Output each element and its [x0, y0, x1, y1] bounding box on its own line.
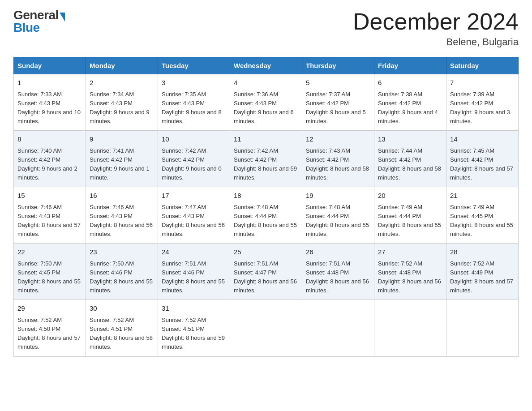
day-info: Sunrise: 7:46 AMSunset: 4:43 PMDaylight:…: [90, 203, 154, 239]
col-header-monday: Monday: [86, 57, 158, 74]
calendar-cell: 30Sunrise: 7:52 AMSunset: 4:51 PMDayligh…: [86, 300, 158, 356]
day-info: Sunrise: 7:41 AMSunset: 4:42 PMDaylight:…: [90, 146, 154, 183]
day-number: 3: [162, 78, 226, 88]
calendar-cell: 6Sunrise: 7:38 AMSunset: 4:42 PMDaylight…: [374, 74, 446, 131]
calendar-cell: 27Sunrise: 7:52 AMSunset: 4:48 PMDayligh…: [374, 244, 446, 300]
calendar-table: SundayMondayTuesdayWednesdayThursdayFrid…: [13, 57, 519, 356]
calendar-cell: 16Sunrise: 7:46 AMSunset: 4:43 PMDayligh…: [86, 187, 158, 244]
day-number: 23: [90, 247, 154, 257]
calendar-cell: 28Sunrise: 7:52 AMSunset: 4:49 PMDayligh…: [446, 244, 519, 300]
col-header-tuesday: Tuesday: [158, 57, 230, 74]
logo: General Blue: [13, 9, 65, 34]
day-info: Sunrise: 7:45 AMSunset: 4:42 PMDaylight:…: [450, 146, 515, 183]
calendar-cell: 7Sunrise: 7:39 AMSunset: 4:42 PMDaylight…: [446, 74, 519, 131]
day-number: 14: [450, 134, 515, 145]
day-info: Sunrise: 7:35 AMSunset: 4:43 PMDaylight:…: [162, 90, 226, 126]
day-number: 19: [306, 191, 370, 201]
day-number: 31: [162, 304, 226, 314]
location: Belene, Bulgaria: [353, 36, 519, 48]
day-info: Sunrise: 7:34 AMSunset: 4:43 PMDaylight:…: [90, 90, 154, 126]
day-number: 1: [17, 78, 82, 88]
day-number: 25: [234, 247, 298, 257]
calendar-cell: 2Sunrise: 7:34 AMSunset: 4:43 PMDaylight…: [86, 74, 158, 131]
day-info: Sunrise: 7:39 AMSunset: 4:42 PMDaylight:…: [450, 90, 515, 126]
calendar-cell: 20Sunrise: 7:49 AMSunset: 4:44 PMDayligh…: [374, 187, 446, 244]
month-title: December 2024: [353, 9, 519, 34]
calendar-cell: 22Sunrise: 7:50 AMSunset: 4:45 PMDayligh…: [14, 244, 86, 300]
day-info: Sunrise: 7:49 AMSunset: 4:45 PMDaylight:…: [450, 203, 515, 239]
day-number: 10: [162, 134, 226, 145]
day-number: 16: [90, 191, 154, 201]
calendar-cell: [446, 300, 519, 356]
logo-text: General Blue: [13, 9, 65, 34]
logo-triangle-icon: [60, 13, 65, 21]
day-info: Sunrise: 7:52 AMSunset: 4:48 PMDaylight:…: [378, 259, 442, 295]
calendar-cell: [374, 300, 446, 356]
calendar-cell: 5Sunrise: 7:37 AMSunset: 4:42 PMDaylight…: [302, 74, 374, 131]
week-row-1: 1Sunrise: 7:33 AMSunset: 4:43 PMDaylight…: [14, 74, 519, 131]
calendar-cell: 9Sunrise: 7:41 AMSunset: 4:42 PMDaylight…: [86, 131, 158, 187]
calendar-cell: 18Sunrise: 7:48 AMSunset: 4:44 PMDayligh…: [230, 187, 302, 244]
title-block: December 2024 Belene, Bulgaria: [353, 9, 519, 48]
day-number: 24: [162, 247, 226, 257]
calendar-cell: 15Sunrise: 7:46 AMSunset: 4:43 PMDayligh…: [14, 187, 86, 244]
day-number: 22: [17, 247, 82, 257]
calendar-cell: 23Sunrise: 7:50 AMSunset: 4:46 PMDayligh…: [86, 244, 158, 300]
week-row-4: 22Sunrise: 7:50 AMSunset: 4:45 PMDayligh…: [14, 244, 519, 300]
day-info: Sunrise: 7:49 AMSunset: 4:44 PMDaylight:…: [378, 203, 442, 239]
day-number: 11: [234, 134, 298, 145]
logo-general: General: [13, 9, 59, 21]
calendar-cell: 26Sunrise: 7:51 AMSunset: 4:48 PMDayligh…: [302, 244, 374, 300]
calendar-cell: 31Sunrise: 7:52 AMSunset: 4:51 PMDayligh…: [158, 300, 230, 356]
day-info: Sunrise: 7:33 AMSunset: 4:43 PMDaylight:…: [17, 90, 82, 126]
day-number: 18: [234, 191, 298, 201]
calendar-cell: 29Sunrise: 7:52 AMSunset: 4:50 PMDayligh…: [14, 300, 86, 356]
day-number: 7: [450, 78, 515, 88]
day-info: Sunrise: 7:36 AMSunset: 4:43 PMDaylight:…: [234, 90, 298, 126]
day-info: Sunrise: 7:50 AMSunset: 4:45 PMDaylight:…: [17, 259, 82, 295]
calendar-cell: 14Sunrise: 7:45 AMSunset: 4:42 PMDayligh…: [446, 131, 519, 187]
calendar-cell: 11Sunrise: 7:42 AMSunset: 4:42 PMDayligh…: [230, 131, 302, 187]
day-number: 12: [306, 134, 370, 145]
day-number: 28: [450, 247, 515, 257]
calendar-cell: 13Sunrise: 7:44 AMSunset: 4:42 PMDayligh…: [374, 131, 446, 187]
day-info: Sunrise: 7:51 AMSunset: 4:46 PMDaylight:…: [162, 259, 226, 295]
day-number: 29: [17, 304, 82, 314]
day-info: Sunrise: 7:51 AMSunset: 4:47 PMDaylight:…: [234, 259, 298, 295]
week-row-5: 29Sunrise: 7:52 AMSunset: 4:50 PMDayligh…: [14, 300, 519, 356]
col-header-thursday: Thursday: [302, 57, 374, 74]
day-info: Sunrise: 7:42 AMSunset: 4:42 PMDaylight:…: [162, 146, 226, 183]
day-info: Sunrise: 7:47 AMSunset: 4:43 PMDaylight:…: [162, 203, 226, 239]
calendar-cell: 24Sunrise: 7:51 AMSunset: 4:46 PMDayligh…: [158, 244, 230, 300]
col-header-wednesday: Wednesday: [230, 57, 302, 74]
day-info: Sunrise: 7:43 AMSunset: 4:42 PMDaylight:…: [306, 146, 370, 183]
day-number: 26: [306, 247, 370, 257]
calendar-cell: [230, 300, 302, 356]
day-info: Sunrise: 7:46 AMSunset: 4:43 PMDaylight:…: [17, 203, 82, 239]
week-row-3: 15Sunrise: 7:46 AMSunset: 4:43 PMDayligh…: [14, 187, 519, 244]
day-info: Sunrise: 7:40 AMSunset: 4:42 PMDaylight:…: [17, 146, 82, 183]
calendar-cell: 25Sunrise: 7:51 AMSunset: 4:47 PMDayligh…: [230, 244, 302, 300]
day-info: Sunrise: 7:48 AMSunset: 4:44 PMDaylight:…: [306, 203, 370, 239]
week-row-2: 8Sunrise: 7:40 AMSunset: 4:42 PMDaylight…: [14, 131, 519, 187]
day-number: 21: [450, 191, 515, 201]
day-info: Sunrise: 7:50 AMSunset: 4:46 PMDaylight:…: [90, 259, 154, 295]
calendar-cell: 19Sunrise: 7:48 AMSunset: 4:44 PMDayligh…: [302, 187, 374, 244]
logo-blue: Blue: [13, 21, 65, 34]
day-number: 5: [306, 78, 370, 88]
calendar-cell: 21Sunrise: 7:49 AMSunset: 4:45 PMDayligh…: [446, 187, 519, 244]
day-info: Sunrise: 7:52 AMSunset: 4:50 PMDaylight:…: [17, 316, 82, 352]
day-number: 8: [17, 134, 82, 145]
calendar-cell: 12Sunrise: 7:43 AMSunset: 4:42 PMDayligh…: [302, 131, 374, 187]
day-number: 15: [17, 191, 82, 201]
day-info: Sunrise: 7:37 AMSunset: 4:42 PMDaylight:…: [306, 90, 370, 126]
day-info: Sunrise: 7:52 AMSunset: 4:49 PMDaylight:…: [450, 259, 515, 295]
calendar-cell: 3Sunrise: 7:35 AMSunset: 4:43 PMDaylight…: [158, 74, 230, 131]
col-header-friday: Friday: [374, 57, 446, 74]
day-info: Sunrise: 7:48 AMSunset: 4:44 PMDaylight:…: [234, 203, 298, 239]
calendar-cell: 17Sunrise: 7:47 AMSunset: 4:43 PMDayligh…: [158, 187, 230, 244]
day-number: 30: [90, 304, 154, 314]
calendar-cell: 10Sunrise: 7:42 AMSunset: 4:42 PMDayligh…: [158, 131, 230, 187]
day-number: 20: [378, 191, 442, 201]
day-number: 6: [378, 78, 442, 88]
